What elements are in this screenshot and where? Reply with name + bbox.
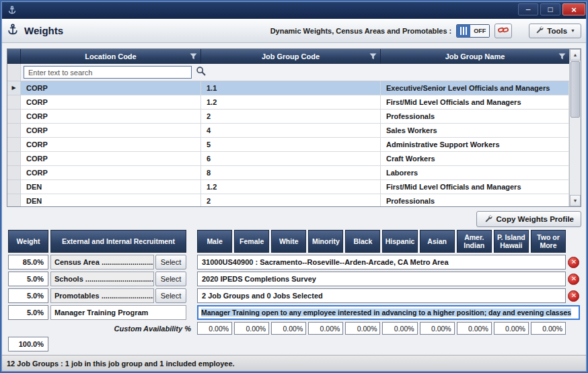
promotables-select-button[interactable]: Select	[155, 288, 186, 303]
scroll-down-icon: ▼	[573, 198, 578, 203]
cell-location-code: CORP	[21, 110, 201, 124]
dynamic-weights-toggle[interactable]: OFF	[456, 24, 490, 38]
close-button[interactable]: ×	[562, 3, 585, 15]
demo-header-hispanic: Hispanic	[382, 230, 417, 253]
column-header-job-group-code[interactable]: Job Group Code	[201, 49, 381, 64]
maximize-button[interactable]: □	[540, 3, 560, 15]
table-row[interactable]: CORP 4 Sales Workers	[7, 124, 569, 138]
scroll-up-icon: ▲	[573, 52, 578, 57]
cell-location-code: CORP	[21, 166, 201, 180]
weights-anchor-icon	[7, 24, 19, 38]
census-area-label: Census Area ............................…	[50, 255, 154, 270]
custom-availability-black-field[interactable]: 0.00%	[345, 322, 380, 335]
cell-job-group-name: Laborers	[381, 166, 569, 180]
custom-availability-p-island-field[interactable]: 0.00%	[494, 322, 529, 335]
scrollbar-thumb[interactable]	[571, 61, 580, 118]
recruitment-header: External and Internal Recruitment	[50, 230, 186, 253]
scroll-up-button[interactable]: ▲	[570, 49, 581, 60]
cell-job-group-name: First/Mid Level Officials and Managers	[381, 180, 569, 194]
tools-label: Tools	[547, 27, 567, 35]
cell-job-group-code: 1.2	[201, 95, 381, 110]
column-label: Location Code	[85, 52, 136, 60]
custom-availability-female-field[interactable]: 0.00%	[234, 322, 269, 335]
cell-location-code: CORP	[21, 81, 201, 95]
custom-availability-two-or-more-field[interactable]: 0.00%	[531, 322, 566, 335]
dynamic-weights-label: Dynamic Weights, Census Areas and Promot…	[270, 27, 452, 35]
filter-icon[interactable]	[369, 53, 377, 61]
minimize-button[interactable]: –	[518, 3, 538, 15]
table-row[interactable]: DEN 2 Professionals	[7, 194, 569, 206]
chevron-down-icon: ▼	[571, 28, 575, 33]
filter-icon[interactable]	[558, 53, 566, 61]
link-weights-button[interactable]	[494, 24, 512, 38]
table-row[interactable]: CORP 1.2 First/Mid Level Officials and M…	[7, 95, 569, 110]
search-row	[7, 64, 569, 81]
table-row[interactable]: CORP 8 Laborers	[7, 166, 569, 180]
table-row[interactable]: ▶ CORP 1.1 Executive/Senior Level Offici…	[7, 81, 569, 95]
grid-header-row: Location Code Job Group Code Job Group N…	[7, 49, 569, 64]
row-indicator	[7, 166, 21, 180]
custom-availability-white-field[interactable]: 0.00%	[271, 322, 306, 335]
schools-weight-field[interactable]: 5.0%	[8, 272, 48, 286]
delete-x-icon: ✕	[571, 276, 577, 282]
cell-job-group-name: Craft Workers	[381, 152, 569, 166]
demo-header-p-island-hawaii: P. Island Hawaii	[494, 230, 529, 253]
table-row[interactable]: DEN 1.2 First/Mid Level Officials and Ma…	[7, 180, 569, 194]
schools-label: Schools ................................…	[50, 272, 154, 286]
copy-weights-profile-label: Copy Weights Profile	[497, 215, 574, 223]
wrench-icon	[484, 214, 492, 224]
table-row[interactable]: CORP 5 Administrative Support Workers	[7, 138, 569, 152]
filter-icon[interactable]	[190, 53, 197, 61]
column-header-location-code[interactable]: Location Code	[21, 49, 201, 64]
vertical-scrollbar[interactable]: ▲ ▼	[569, 49, 581, 206]
custom-availability-hispanic-field[interactable]: 0.00%	[382, 322, 417, 335]
toggle-off-label: OFF	[470, 25, 489, 37]
cell-job-group-code: 5	[201, 138, 381, 152]
row-indicator	[7, 110, 21, 124]
total-weight-value: 100.0%	[8, 337, 48, 351]
custom-factor-weight-field[interactable]: 5.0%	[8, 305, 48, 320]
custom-availability-minority-field[interactable]: 0.00%	[308, 322, 343, 335]
promotables-label: Promotables ............................…	[50, 288, 154, 303]
delete-x-icon: ✕	[571, 259, 577, 265]
weight-column-header: Weight	[8, 230, 48, 253]
census-area-weight-field[interactable]: 85.0%	[8, 255, 48, 270]
row-indicator: ▶	[7, 81, 21, 95]
tools-button[interactable]: Tools ▼	[529, 24, 581, 38]
cell-job-group-name: Executive/Senior Level Officials and Man…	[381, 81, 569, 95]
column-label: Job Group Code	[262, 52, 320, 60]
custom-factor-description-field[interactable]: Manager Training open to any employee in…	[197, 305, 580, 320]
maximize-icon: □	[548, 5, 552, 14]
remove-schools-button[interactable]: ✕	[568, 274, 579, 285]
demo-header-two-or-more: Two or More	[531, 230, 566, 253]
title-bar[interactable]: – □ ×	[1, 1, 587, 19]
chain-link-icon	[498, 25, 509, 37]
custom-availability-amer-indian-field[interactable]: 0.00%	[457, 322, 492, 335]
row-indicator	[7, 152, 21, 166]
remove-promotables-button[interactable]: ✕	[568, 290, 579, 302]
demo-header-minority: Minority	[308, 230, 343, 253]
status-text: 12 Job Groups : 1 job in this job group …	[7, 360, 235, 368]
copy-weights-profile-button[interactable]: Copy Weights Profile	[476, 211, 581, 227]
row-indicator	[7, 180, 21, 194]
scroll-down-button[interactable]: ▼	[570, 195, 581, 206]
schools-value: 2020 IPEDS Completions Survey	[197, 272, 566, 286]
custom-availability-asian-field[interactable]: 0.00%	[420, 322, 455, 335]
grid-rows: ▶ CORP 1.1 Executive/Senior Level Offici…	[7, 81, 569, 206]
table-row[interactable]: CORP 6 Craft Workers	[7, 152, 569, 166]
custom-availability-male-field[interactable]: 0.00%	[197, 322, 232, 335]
census-area-select-button[interactable]: Select	[155, 255, 186, 270]
custom-availability-label: Custom Availability %	[8, 322, 195, 335]
schools-select-button[interactable]: Select	[155, 272, 186, 286]
scrollbar-track[interactable]	[570, 118, 581, 195]
custom-factor-name-field[interactable]: Manager Training Program	[50, 305, 186, 320]
table-row[interactable]: CORP 2 Professionals	[7, 110, 569, 124]
search-button[interactable]	[196, 66, 207, 79]
promotables-weight-field[interactable]: 5.0%	[8, 288, 48, 303]
search-input[interactable]	[24, 66, 192, 79]
column-header-job-group-name[interactable]: Job Group Name	[381, 49, 569, 64]
description-selected-text: Manager Training open to any employee in…	[201, 308, 571, 317]
remove-census-area-button[interactable]: ✕	[568, 257, 579, 268]
demo-header-black: Black	[345, 230, 380, 253]
cell-location-code: DEN	[21, 194, 201, 206]
